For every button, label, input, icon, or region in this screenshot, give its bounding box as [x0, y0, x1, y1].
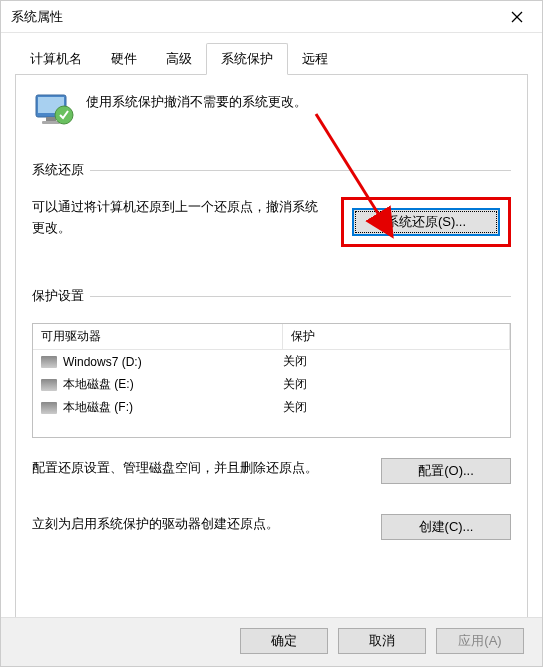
svg-rect-6	[46, 117, 56, 121]
drives-list[interactable]: Windows7 (D:) 关闭 本地磁盘 (E:) 关闭 本地磁盘 (F:)	[33, 350, 510, 438]
system-restore-button[interactable]: 系统还原(S)...	[352, 208, 500, 236]
divider	[90, 170, 511, 171]
system-protection-icon	[32, 89, 74, 131]
drives-list-box: 可用驱动器 保护 Windows7 (D:) 关闭 本地磁盘 (E:) 关	[32, 323, 511, 438]
close-button[interactable]	[502, 2, 532, 32]
create-description: 立刻为启用系统保护的驱动器创建还原点。	[32, 514, 367, 535]
disk-icon	[41, 379, 57, 391]
config-description: 配置还原设置、管理磁盘空间，并且删除还原点。	[32, 458, 367, 479]
tab-computer-name[interactable]: 计算机名	[15, 43, 97, 74]
disk-icon	[41, 356, 57, 368]
drive-status: 关闭	[283, 353, 307, 370]
drive-status: 关闭	[283, 376, 307, 393]
close-icon	[511, 11, 523, 23]
ok-button[interactable]: 确定	[240, 628, 328, 654]
restore-row: 可以通过将计算机还原到上一个还原点，撤消系统更改。 系统还原(S)...	[32, 197, 511, 247]
tab-panel: 使用系统保护撤消不需要的系统更改。 系统还原 可以通过将计算机还原到上一个还原点…	[15, 75, 528, 628]
restore-section-label: 系统还原	[32, 161, 84, 179]
column-protection[interactable]: 保护	[283, 324, 510, 349]
tab-strip: 计算机名 硬件 高级 系统保护 远程	[15, 43, 528, 75]
tab-advanced[interactable]: 高级	[151, 43, 207, 74]
dialog-footer: 确定 取消 应用(A)	[1, 617, 542, 666]
create-button[interactable]: 创建(C)...	[381, 514, 511, 540]
highlight-box: 系统还原(S)...	[341, 197, 511, 247]
restore-description: 可以通过将计算机还原到上一个还原点，撤消系统更改。	[32, 197, 327, 239]
drive-name: Windows7 (D:)	[63, 355, 142, 369]
drive-row[interactable]: 本地磁盘 (E:) 关闭	[33, 373, 510, 396]
config-row: 配置还原设置、管理磁盘空间，并且删除还原点。 配置(O)...	[32, 458, 511, 484]
window-title: 系统属性	[11, 8, 63, 26]
restore-section-title: 系统还原	[32, 161, 511, 179]
column-drive[interactable]: 可用驱动器	[33, 324, 283, 349]
disk-icon	[41, 402, 57, 414]
tab-remote[interactable]: 远程	[287, 43, 343, 74]
intro-row: 使用系统保护撤消不需要的系统更改。	[32, 89, 511, 131]
intro-text: 使用系统保护撤消不需要的系统更改。	[86, 89, 307, 111]
drive-row[interactable]: Windows7 (D:) 关闭	[33, 350, 510, 373]
drive-name: 本地磁盘 (E:)	[63, 376, 134, 393]
drive-name: 本地磁盘 (F:)	[63, 399, 133, 416]
configure-button[interactable]: 配置(O)...	[381, 458, 511, 484]
tab-hardware[interactable]: 硬件	[96, 43, 152, 74]
drive-status: 关闭	[283, 399, 307, 416]
protect-section-title: 保护设置	[32, 287, 511, 305]
protect-section-label: 保护设置	[32, 287, 84, 305]
tab-system-protection[interactable]: 系统保护	[206, 43, 288, 75]
divider	[90, 296, 511, 297]
apply-button[interactable]: 应用(A)	[436, 628, 524, 654]
titlebar: 系统属性	[1, 1, 542, 33]
drives-header: 可用驱动器 保护	[33, 324, 510, 350]
drive-row[interactable]: 本地磁盘 (F:) 关闭	[33, 396, 510, 419]
create-row: 立刻为启用系统保护的驱动器创建还原点。 创建(C)...	[32, 514, 511, 540]
cancel-button[interactable]: 取消	[338, 628, 426, 654]
